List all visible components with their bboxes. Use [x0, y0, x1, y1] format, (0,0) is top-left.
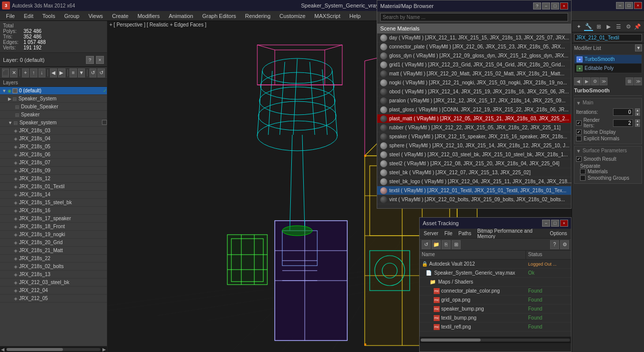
smoothing-checkbox[interactable] [580, 175, 586, 181]
mat-item[interactable]: connector_plate ( VRayMtl ) [JRX_212_06,… [377, 42, 571, 51]
scroll-left-arrow[interactable]: ◀ [1, 347, 4, 352]
mat-item[interactable]: matt ( VRayMtl ) [JRX_212_20_Matt, JRX_2… [377, 69, 571, 78]
at-row[interactable]: mc speaker_bump.png Found [420, 305, 571, 314]
param-right1-icon[interactable]: ⊞ [626, 77, 634, 85]
menu-modifiers[interactable]: Modifiers [133, 12, 164, 20]
at-menu-options[interactable]: Options [548, 231, 569, 236]
mat-item[interactable]: vint ( VRayMtl ) [JRX_212_02_bolts, JRX_… [377, 195, 571, 204]
menu-help[interactable]: Help [345, 12, 365, 20]
menu-edit[interactable]: Edit [20, 12, 37, 20]
at-tb-grid[interactable]: ⊞ [452, 240, 461, 249]
layer-item[interactable]: ◈ JRX_218s_18_Front [0, 223, 107, 231]
param-prev-icon[interactable]: ◀ [574, 77, 582, 85]
mat-item[interactable]: sphere ( VRayMtl ) [JRX_212_10, JRX_215_… [377, 141, 571, 150]
layer-item[interactable]: ▶ ▤ Speaker_System [0, 95, 107, 103]
render-iters-input[interactable] [613, 119, 633, 127]
iterations-spinner[interactable]: ▲ ▼ [635, 108, 640, 116]
menu-customize[interactable]: Customize [275, 12, 309, 20]
layer-tb-right[interactable]: ▶ [58, 68, 65, 77]
menu-maxscript[interactable]: MAXScript [310, 12, 344, 20]
object-name-field[interactable]: JRX_212_01_Textil [574, 34, 642, 41]
at-maximize[interactable]: □ [551, 220, 559, 227]
at-row[interactable]: 📁 Maps / Shaders [420, 278, 571, 287]
mat-item[interactable]: steel ( VRayMtl ) [JRX_212_03_steel_bk, … [377, 150, 571, 159]
asset-tracking-table[interactable]: Name Status 🔒 Autodesk Vault 2012 Logged… [420, 251, 571, 337]
at-row[interactable]: mc connector_plate_color.png Found [420, 287, 571, 296]
layer-item[interactable]: ◈ JRX_218s_21_Matt [0, 247, 107, 255]
mat-item[interactable]: plast_gloss ( VRayMtl ) [CONN, JRX_212_1… [377, 105, 571, 114]
layer-scrollbar[interactable]: ◀ ▶ [0, 346, 107, 352]
mat-browser-close[interactable]: × [560, 2, 568, 9]
layer-item[interactable]: ◈ JRX_218s_20_Grid [0, 239, 107, 247]
at-row[interactable]: mc grid_opa.png Found [420, 296, 571, 305]
layer-tb-up[interactable]: ↑ [30, 68, 37, 77]
layer-item[interactable]: ▼ ◉ 0 (default) ✓ [0, 87, 107, 95]
menu-rendering[interactable]: Rendering [241, 12, 275, 20]
at-row[interactable]: mc textil_bump.png Found [420, 314, 571, 323]
isoline-checkbox[interactable] [576, 129, 582, 135]
menu-animation[interactable]: Animation [165, 12, 197, 20]
modifier-stack-item[interactable]: ● Editable Poly [575, 64, 642, 73]
layer-tb-filter[interactable]: ▼ [78, 68, 85, 77]
layer-tb-delete[interactable]: ✕ [10, 68, 17, 77]
motion-icon[interactable]: ▶ [604, 22, 613, 31]
layer-item[interactable]: ◈ JRX_218s_14 [0, 191, 107, 199]
layer-item[interactable]: ◈ JRX_218s_02_bolts [0, 263, 107, 271]
layer-tb-menu[interactable]: ≡ [69, 68, 76, 77]
layer-tb-refresh1[interactable]: ↺ [89, 68, 96, 77]
param-more-icon[interactable]: ≫ [600, 77, 608, 85]
at-tb-refresh[interactable]: ↺ [422, 240, 431, 249]
scrollbar-track[interactable] [421, 339, 570, 342]
modifier-stack-item[interactable]: ● TurboSmooth [575, 55, 642, 64]
create-icon[interactable]: ✦ [574, 22, 583, 31]
at-tb-config[interactable]: ⚙ [560, 240, 569, 249]
mat-item[interactable]: steel_bk ( VRayMtl ) [JRX_212_07, JRX_21… [377, 168, 571, 177]
mat-browser-maximize[interactable]: □ [551, 2, 559, 9]
modifier-list-arrow[interactable]: ▼ [635, 44, 642, 51]
main-section-header[interactable]: ▼ Main [576, 100, 640, 106]
utility-icon[interactable]: ⚙ [624, 22, 633, 31]
close-button[interactable]: × [634, 2, 642, 9]
mat-item[interactable]: obod ( VRayMtl ) [JRX_212_14, JRX_215_19… [377, 87, 571, 96]
layer-item[interactable]: ◈ JRX_218s_05 [0, 143, 107, 151]
mat-search-input[interactable] [380, 13, 568, 21]
layer-item[interactable]: ◈ JRX_218s_07 [0, 159, 107, 167]
surface-section-header[interactable]: ▼ Surface Parameters [576, 148, 640, 154]
layer-item[interactable]: ◈ JRX_218s_01_Textil [0, 183, 107, 191]
layer-tb-down[interactable]: ↓ [38, 68, 45, 77]
layer-item[interactable]: ◈ JRX_218s_19_nogki [0, 231, 107, 239]
pin-icon[interactable]: 📌 [633, 22, 642, 31]
mat-item[interactable]: speaker ( VRayMtl ) [JRX_212_15_speaker,… [377, 132, 571, 141]
layer-help-button[interactable]: ? [86, 56, 94, 64]
layer-item[interactable]: ◈ JRX_212_03_steel_bk [0, 279, 107, 287]
layer-item[interactable]: ▤ Speaker [0, 111, 107, 119]
hierarchy-icon[interactable]: ⊞ [594, 22, 603, 31]
at-col-status[interactable]: Status [526, 251, 571, 259]
material-list[interactable]: day ( VRayMtl ) [JRX_212_11, JRX_215_15,… [377, 33, 571, 208]
param-next-icon[interactable]: ▶ [583, 77, 591, 85]
layer-tb-new[interactable]: ⬛ [2, 68, 9, 77]
layer-item[interactable]: ▤ Double_Speaker [0, 103, 107, 111]
mat-item[interactable]: nogki ( VRayMtl ) [JRX_212_21_nogki, JRX… [377, 78, 571, 87]
layer-item[interactable]: ◈ JRX_218s_09 [0, 167, 107, 175]
mat-item[interactable]: rubber ( VRayMtl ) [JRX_212_22, JRX_215_… [377, 123, 571, 132]
at-close[interactable]: × [560, 220, 568, 227]
layer-item[interactable]: ◈ JRX_218s_17_speaker [0, 215, 107, 223]
minimize-button[interactable]: − [616, 2, 624, 9]
layer-item[interactable]: ◈ JRX_212_04 [0, 287, 107, 295]
layer-item[interactable]: ◈ JRX_218s_13 [0, 271, 107, 279]
at-menu-file[interactable]: File [442, 231, 454, 236]
mat-item[interactable]: grid1 ( VRayMtl ) [JRX_212_23_Grid, JRX_… [377, 60, 571, 69]
layer-item[interactable]: ◈ JRX_218s_04 [0, 135, 107, 143]
at-row[interactable]: 📄 Speaker_System_Generic_vray.max Ok [420, 269, 571, 278]
layer-close-button[interactable]: × [96, 56, 104, 64]
ri-up[interactable]: ▲ [635, 119, 640, 123]
menu-tools[interactable]: Tools [38, 12, 59, 20]
at-row[interactable]: 🔒 Autodesk Vault 2012 Logged Out ... [420, 260, 571, 269]
iterations-input[interactable] [613, 108, 633, 116]
iter-up[interactable]: ▲ [635, 108, 640, 112]
layer-item[interactable]: ◈ JRX_218s_06 [0, 151, 107, 159]
layer-item[interactable]: ◈ JRX_218s_12 [0, 175, 107, 183]
menu-file[interactable]: File [2, 12, 19, 20]
at-tb-browse[interactable]: 📁 [432, 240, 441, 249]
